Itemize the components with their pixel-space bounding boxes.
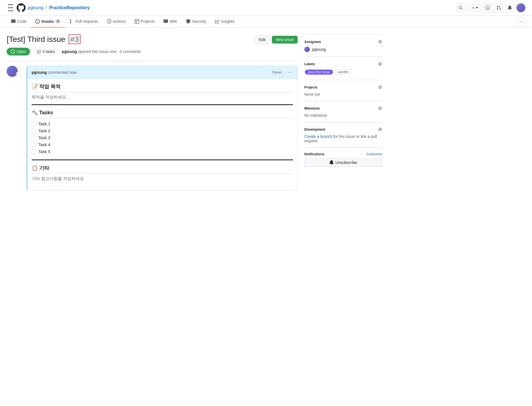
svg-text:⊙: ⊙ [486, 7, 489, 9]
tab-insights-label: Insights [221, 19, 234, 24]
comment-author-name[interactable]: pgisung [32, 70, 47, 75]
copilot-button[interactable]: ⊙ [483, 3, 492, 12]
user-link[interactable]: pgisung [28, 5, 43, 10]
task-1-label: Task 1 [38, 121, 50, 126]
more-tabs-button[interactable]: ··· [516, 17, 525, 26]
comment-more-button[interactable]: ··· [287, 69, 293, 76]
assignee-row: pgisung [304, 47, 382, 52]
hamburger-menu-button[interactable] [7, 4, 14, 12]
comment-body: 📝 작업 목적 목적을 작성하세요 🔨 Tasks Task 1 [27, 79, 297, 190]
open-icon [11, 49, 15, 54]
issue-area: [Test] Third issue #3 Edit New issue Ope… [7, 34, 298, 191]
section-work-text: 목적을 작성하세요 [32, 95, 293, 100]
projects-gear-button[interactable]: ⚙ [378, 85, 382, 90]
notifications-header: Notifications Customize [304, 152, 382, 156]
github-logo[interactable] [17, 3, 26, 12]
development-gear-button[interactable]: ⚙ [378, 127, 382, 132]
notifications-button[interactable] [505, 3, 514, 12]
notifications-title: Notifications [304, 152, 325, 156]
bell-slash-icon [329, 160, 334, 165]
issues-icon [35, 19, 40, 24]
pull-requests-global-button[interactable] [494, 3, 503, 12]
repo-link[interactable]: PracticeRepository [49, 5, 90, 10]
edit-button[interactable]: Edit [255, 35, 270, 44]
tab-code-label: Code [17, 19, 26, 24]
security-tab-icon [186, 19, 190, 24]
issue-meta: Open 5 tasks pgisung opened this issue n… [7, 48, 298, 55]
pr-tab-icon [69, 19, 74, 24]
new-issue-button[interactable]: New issue [272, 36, 298, 44]
issues-badge: 3 [55, 19, 61, 23]
tab-wiki[interactable]: Wiki [159, 16, 181, 27]
tasks-badge[interactable]: 5 tasks [33, 48, 58, 55]
tasks-label: 5 tasks [42, 49, 55, 54]
issue-number: #3 [69, 34, 81, 44]
status-label: Open [17, 49, 26, 54]
section-work-heading: 📝 작업 목적 [32, 83, 293, 92]
list-item: Task 1 [32, 120, 293, 127]
milestone-header: Milestone ⚙ [304, 106, 382, 111]
issue-divider [7, 61, 298, 61]
sidebar-notifications: Notifications Customize Unsubscribe [304, 148, 382, 171]
topbar-divider [467, 4, 468, 11]
tab-code[interactable]: Code [7, 16, 31, 27]
issue-opened-text: opened this issue now · 0 comments [78, 49, 141, 54]
issue-title: [Test] Third issue #3 [7, 34, 81, 44]
tab-security[interactable]: Security [182, 16, 211, 27]
labels-header: Labels ⚙ [304, 61, 382, 67]
task-3-label: Task 3 [38, 135, 50, 140]
unsubscribe-label: Unsubscribe [335, 160, 357, 165]
labels-list: good first issue wontfix [304, 69, 382, 75]
comment-time: now [69, 70, 76, 75]
assignee-avatar [304, 47, 310, 52]
owner-badge: Owner [270, 70, 284, 75]
development-title: Development [304, 128, 325, 131]
create-branch-link[interactable]: Create a branch [304, 134, 332, 139]
status-badge: Open [7, 48, 30, 55]
sidebar-projects: Projects ⚙ None yet [304, 80, 382, 101]
tab-pull-requests[interactable]: Pull requests [65, 16, 102, 27]
create-button[interactable]: + [470, 4, 481, 11]
customize-link[interactable]: Customize [366, 152, 382, 156]
tab-projects[interactable]: Projects [130, 16, 159, 27]
user-avatar[interactable] [516, 3, 525, 12]
comment-header: pgisung commented now Owner ··· [27, 66, 297, 79]
tab-actions[interactable]: Actions [102, 16, 130, 27]
unsubscribe-button[interactable]: Unsubscribe [304, 158, 382, 167]
comment-action: commented [48, 70, 69, 75]
section-etc-heading: 📋 기타 [32, 165, 293, 174]
repo-path: pgisung / PracticeRepository [28, 5, 90, 10]
task-1-checkbox[interactable] [32, 122, 36, 126]
actions-tab-icon [107, 19, 111, 24]
tab-projects-label: Projects [141, 19, 155, 24]
issue-title-actions: Edit New issue [255, 35, 298, 44]
label-good-first-issue[interactable]: good first issue [305, 70, 333, 75]
issue-author[interactable]: pgisung [62, 49, 77, 54]
assignee-name[interactable]: pgisung [312, 47, 326, 52]
labels-gear-button[interactable]: ⚙ [378, 61, 382, 67]
development-content: Create a branch for this issue or link a… [304, 134, 382, 143]
milestone-gear-button[interactable]: ⚙ [378, 106, 382, 111]
tab-issues[interactable]: Issues 3 [31, 16, 65, 27]
section-tasks-heading: 🔨 Tasks [32, 110, 293, 118]
search-button[interactable] [456, 3, 465, 12]
label-wontfix[interactable]: wontfix [335, 69, 352, 75]
code-icon [11, 19, 16, 24]
topbar-left: pgisung / PracticeRepository [7, 3, 90, 12]
tab-insights[interactable]: Insights [210, 16, 239, 27]
tab-wiki-label: Wiki [170, 19, 177, 24]
assignees-gear-button[interactable]: ⚙ [378, 39, 382, 44]
section-divider-2 [32, 159, 293, 160]
task-3-checkbox[interactable] [32, 136, 36, 140]
task-list: Task 1 Task 2 Task 3 [32, 120, 293, 155]
comment-header-left: pgisung commented now [32, 70, 76, 75]
task-4-checkbox[interactable] [32, 143, 36, 147]
section-divider-1 [32, 104, 293, 105]
list-item: Task 4 [32, 141, 293, 148]
list-item: Task 3 [32, 134, 293, 141]
milestone-value: No milestone [304, 113, 327, 118]
tab-issues-label: Issues [41, 19, 54, 24]
task-5-checkbox[interactable] [32, 149, 36, 154]
issue-title-text: [Test] Third issue [7, 35, 65, 44]
task-2-checkbox[interactable] [32, 129, 36, 133]
